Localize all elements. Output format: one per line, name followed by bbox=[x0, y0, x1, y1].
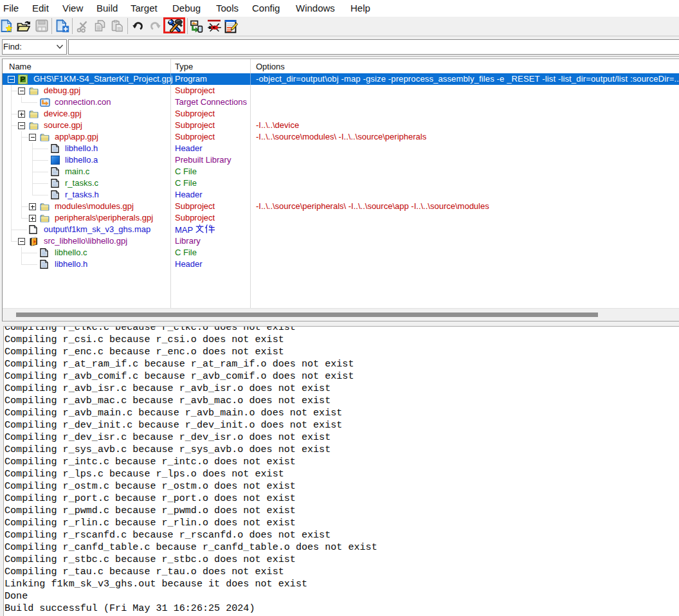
svg-text:P: P bbox=[21, 75, 25, 83]
